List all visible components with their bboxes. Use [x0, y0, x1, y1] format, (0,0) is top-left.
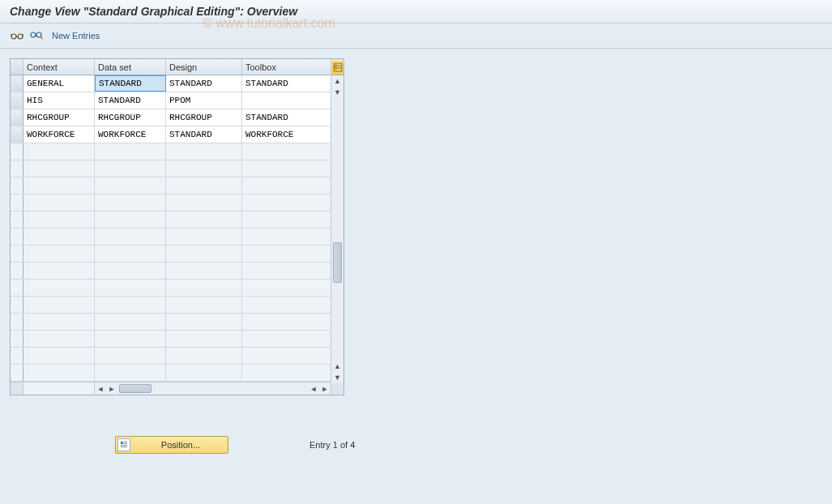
table-row-empty[interactable]: [11, 263, 331, 280]
entry-counter: Entry 1 of 4: [309, 440, 355, 450]
cell-context[interactable]: WORKFORCE: [23, 126, 95, 143]
column-header-dataset[interactable]: Data set: [95, 59, 166, 75]
table-row-empty[interactable]: [11, 143, 331, 160]
table-row-empty[interactable]: [11, 246, 331, 263]
table-row-empty[interactable]: [11, 365, 331, 382]
table-row-empty[interactable]: [11, 314, 331, 331]
scrollbar-corner: [331, 383, 343, 395]
table-row-empty[interactable]: [11, 211, 331, 229]
svg-rect-9: [121, 442, 123, 444]
svg-rect-13: [121, 446, 127, 447]
window-title-bar: Change View "Standard Graphical Editing"…: [0, 0, 832, 23]
column-header-design[interactable]: Design: [166, 59, 242, 75]
cell-context[interactable]: GENERAL: [23, 75, 95, 92]
scroll-up-end-icon[interactable]: ▲: [331, 361, 343, 372]
table-row[interactable]: HIS STANDARD PPOM: [11, 92, 331, 109]
cell-design[interactable]: RHCGROUP: [166, 109, 242, 126]
svg-point-1: [18, 34, 23, 39]
cell-toolbox[interactable]: STANDARD: [242, 75, 331, 92]
cell-dataset[interactable]: STANDARD: [95, 92, 166, 109]
table-row-empty[interactable]: [11, 229, 331, 246]
row-selector[interactable]: [11, 109, 23, 126]
position-button-label: Position...: [139, 440, 223, 450]
table-body: GENERAL STANDARD STANDARD STANDARD HIS S…: [11, 75, 331, 382]
row-selector[interactable]: [11, 75, 23, 92]
page-title: Change View "Standard Graphical Editing"…: [10, 5, 297, 18]
table-settings-icon[interactable]: [331, 59, 343, 75]
vertical-scrollbar[interactable]: ▲ ▼ ▲ ▼: [331, 59, 343, 395]
row-selector[interactable]: [11, 126, 23, 143]
cell-toolbox[interactable]: WORKFORCE: [242, 126, 331, 143]
application-toolbar: New Entries: [0, 23, 832, 49]
svg-point-2: [31, 32, 36, 37]
table-row[interactable]: WORKFORCE WORKFORCE STANDARD WORKFORCE: [11, 126, 331, 143]
cell-design[interactable]: STANDARD: [166, 75, 242, 92]
glasses-icon[interactable]: [10, 28, 24, 43]
scroll-up-icon[interactable]: ▲: [331, 75, 343, 87]
column-header-toolbox[interactable]: Toolbox: [242, 59, 331, 75]
cell-dataset[interactable]: STANDARD: [95, 75, 166, 92]
cell-context[interactable]: HIS: [23, 92, 95, 109]
cell-dataset[interactable]: WORKFORCE: [95, 126, 166, 143]
svg-rect-11: [124, 443, 127, 444]
row-selector-header[interactable]: [11, 59, 23, 75]
cell-context[interactable]: RHCGROUP: [23, 109, 95, 126]
content-area: Context Data set Design Toolbox GENERAL …: [0, 49, 832, 463]
hscroll-thumb[interactable]: [119, 384, 151, 393]
scroll-right-end-icon[interactable]: ►: [319, 382, 331, 395]
svg-rect-12: [121, 445, 127, 446]
cell-toolbox[interactable]: [242, 92, 331, 109]
table-row-empty[interactable]: [11, 297, 331, 314]
table-row-empty[interactable]: [11, 160, 331, 177]
footer-row: Position... Entry 1 of 4: [10, 436, 822, 454]
scroll-down-end-icon[interactable]: ▼: [331, 372, 343, 383]
table-row-empty[interactable]: [11, 194, 331, 211]
scroll-left-end-icon[interactable]: ◄: [308, 382, 319, 395]
table-row-empty[interactable]: [11, 348, 331, 365]
cell-design[interactable]: PPOM: [166, 92, 242, 109]
scroll-left-icon[interactable]: ◄: [95, 382, 106, 395]
horizontal-scrollbar[interactable]: ◄ ► ◄ ►: [11, 382, 331, 395]
table-header-row: Context Data set Design Toolbox: [11, 59, 331, 75]
cell-dataset[interactable]: RHCGROUP: [95, 109, 166, 126]
table-row-empty[interactable]: [11, 177, 331, 194]
cell-design[interactable]: STANDARD: [166, 126, 242, 143]
table-row[interactable]: GENERAL STANDARD STANDARD STANDARD: [11, 75, 331, 92]
hscroll-track[interactable]: [117, 382, 308, 395]
vscroll-thumb[interactable]: [333, 242, 342, 283]
svg-rect-10: [124, 442, 127, 442]
table-row-empty[interactable]: [11, 331, 331, 348]
table-row[interactable]: RHCGROUP RHCGROUP RHCGROUP STANDARD: [11, 109, 331, 126]
data-table: Context Data set Design Toolbox GENERAL …: [10, 58, 344, 395]
scroll-right-icon[interactable]: ►: [106, 382, 117, 395]
scroll-down-icon[interactable]: ▼: [331, 87, 343, 98]
cell-toolbox[interactable]: STANDARD: [242, 109, 331, 126]
vscroll-track[interactable]: [331, 98, 343, 361]
position-icon: [117, 438, 130, 451]
svg-rect-5: [334, 63, 337, 71]
svg-point-0: [11, 34, 16, 39]
glasses-search-icon[interactable]: [29, 28, 44, 43]
row-selector[interactable]: [11, 92, 23, 109]
table-row-empty[interactable]: [11, 280, 331, 297]
new-entries-button[interactable]: New Entries: [52, 31, 100, 41]
column-header-context[interactable]: Context: [23, 59, 95, 75]
position-button[interactable]: Position...: [115, 436, 228, 454]
